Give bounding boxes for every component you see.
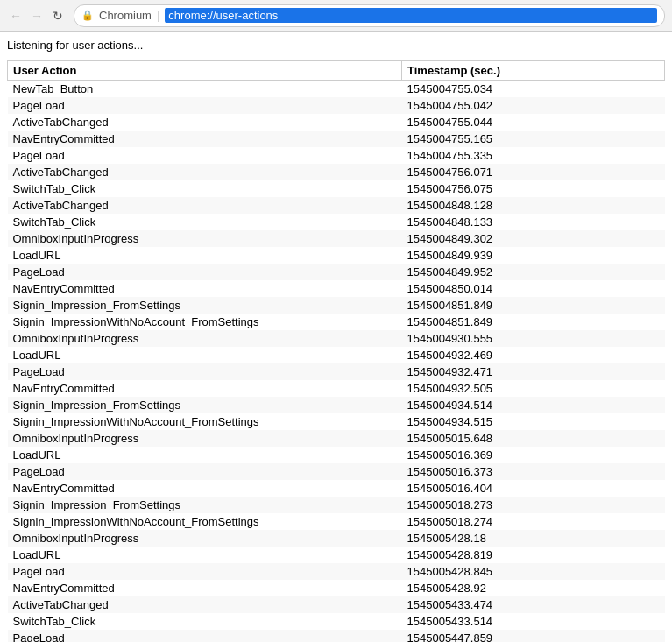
timestamp-cell: 1545005433.514 (402, 613, 665, 630)
table-row: NavEntryCommitted1545004850.014 (8, 280, 665, 297)
timestamp-cell: 1545004934.515 (402, 413, 665, 430)
user-action-cell: PageLoad (8, 463, 402, 480)
table-row: LoadURL1545005428.819 (8, 547, 665, 563)
timestamp-cell: 1545004850.014 (402, 280, 665, 297)
user-action-cell: PageLoad (8, 264, 402, 280)
address-input[interactable] (165, 8, 657, 23)
timestamp-cell: 1545005428.845 (402, 563, 665, 580)
table-row: PageLoad1545004755.042 (8, 97, 665, 114)
table-row: Signin_Impression_FromSettings1545004934… (8, 397, 665, 413)
timestamp-cell: 1545004851.849 (402, 297, 665, 314)
timestamp-cell: 1545005018.273 (402, 497, 665, 513)
user-action-cell: NavEntryCommitted (8, 480, 402, 497)
table-row: SwitchTab_Click1545005433.514 (8, 613, 665, 630)
timestamp-cell: 1545005016.373 (402, 463, 665, 480)
security-icon: 🔒 (81, 10, 94, 21)
user-action-cell: PageLoad (8, 363, 402, 380)
table-row: OmniboxInputInProgress1545004849.302 (8, 230, 665, 247)
reload-icon: ↻ (53, 9, 63, 23)
user-action-cell: Signin_ImpressionWithNoAccount_FromSetti… (8, 513, 402, 530)
table-row: OmniboxInputInProgress1545005428.18 (8, 530, 665, 547)
forward-icon: → (31, 9, 43, 23)
table-row: PageLoad1545005428.845 (8, 563, 665, 580)
table-header: User Action Timestamp (sec.) (8, 61, 665, 81)
table-row: PageLoad1545004932.471 (8, 363, 665, 380)
timestamp-cell: 1545004755.034 (402, 81, 665, 98)
site-name: Chromium (99, 9, 152, 22)
user-action-cell: Signin_ImpressionWithNoAccount_FromSetti… (8, 413, 402, 430)
page-content: Listening for user actions... User Actio… (0, 32, 672, 642)
header-row: User Action Timestamp (sec.) (8, 61, 665, 81)
reload-button[interactable]: ↻ (49, 7, 67, 25)
back-button[interactable]: ← (7, 7, 25, 25)
table-row: ActiveTabChanged1545004755.044 (8, 114, 665, 131)
user-action-cell: Signin_ImpressionWithNoAccount_FromSetti… (8, 314, 402, 330)
timestamp-cell: 1545005015.648 (402, 430, 665, 447)
table-row: NewTab_Button1545004755.034 (8, 81, 665, 98)
table-row: NavEntryCommitted1545004755.165 (8, 131, 665, 147)
timestamp-cell: 1545005428.819 (402, 547, 665, 563)
table-row: SwitchTab_Click1545004848.133 (8, 214, 665, 230)
user-action-cell: PageLoad (8, 630, 402, 642)
user-action-cell: Signin_Impression_FromSettings (8, 497, 402, 513)
timestamp-cell: 1545004755.042 (402, 97, 665, 114)
table-row: ActiveTabChanged1545004756.071 (8, 164, 665, 180)
user-action-cell: ActiveTabChanged (8, 114, 402, 131)
timestamp-cell: 1545004756.075 (402, 180, 665, 197)
user-action-cell: SwitchTab_Click (8, 214, 402, 230)
user-action-cell: PageLoad (8, 563, 402, 580)
timestamp-cell: 1545004756.071 (402, 164, 665, 180)
user-action-cell: Signin_Impression_FromSettings (8, 397, 402, 413)
user-action-cell: OmniboxInputInProgress (8, 230, 402, 247)
table-body: NewTab_Button1545004755.034PageLoad15450… (8, 81, 665, 643)
table-row: PageLoad1545004755.335 (8, 147, 665, 164)
table-row: NavEntryCommitted1545005428.92 (8, 580, 665, 596)
timestamp-cell: 1545004848.133 (402, 214, 665, 230)
back-icon: ← (10, 9, 22, 23)
timestamp-cell: 1545004932.505 (402, 380, 665, 397)
table-row: NavEntryCommitted1545004932.505 (8, 380, 665, 397)
user-action-cell: LoadURL (8, 547, 402, 563)
user-action-cell: NavEntryCommitted (8, 580, 402, 596)
timestamp-cell: 1545005018.274 (402, 513, 665, 530)
user-action-cell: OmniboxInputInProgress (8, 430, 402, 447)
timestamp-cell: 1545004851.849 (402, 314, 665, 330)
table-row: Signin_ImpressionWithNoAccount_FromSetti… (8, 413, 665, 430)
table-row: OmniboxInputInProgress1545005015.648 (8, 430, 665, 447)
table-row: OmniboxInputInProgress1545004930.555 (8, 330, 665, 347)
timestamp-cell: 1545004849.302 (402, 230, 665, 247)
timestamp-cell: 1545004755.335 (402, 147, 665, 164)
address-bar[interactable]: 🔒 Chromium | (74, 4, 665, 27)
header-timestamp: Timestamp (sec.) (402, 61, 665, 81)
timestamp-cell: 1545005016.404 (402, 480, 665, 497)
separator: | (157, 9, 159, 22)
timestamp-cell: 1545004934.514 (402, 397, 665, 413)
timestamp-cell: 1545004848.128 (402, 197, 665, 214)
table-row: SwitchTab_Click1545004756.075 (8, 180, 665, 197)
table-row: Signin_Impression_FromSettings1545004851… (8, 297, 665, 314)
user-action-cell: PageLoad (8, 147, 402, 164)
timestamp-cell: 1545005428.18 (402, 530, 665, 547)
browser-toolbar: ← → ↻ 🔒 Chromium | (0, 0, 672, 32)
user-action-cell: LoadURL (8, 447, 402, 463)
listening-status: Listening for user actions... (7, 39, 665, 52)
user-action-cell: SwitchTab_Click (8, 180, 402, 197)
user-action-cell: NavEntryCommitted (8, 131, 402, 147)
timestamp-cell: 1545004849.952 (402, 264, 665, 280)
timestamp-cell: 1545005433.474 (402, 596, 665, 613)
user-action-cell: ActiveTabChanged (8, 164, 402, 180)
table-row: LoadURL1545004932.469 (8, 347, 665, 363)
timestamp-cell: 1545004932.469 (402, 347, 665, 363)
nav-buttons: ← → ↻ (7, 7, 67, 25)
forward-button[interactable]: → (28, 7, 46, 25)
table-row: ActiveTabChanged1545005433.474 (8, 596, 665, 613)
timestamp-cell: 1545004932.471 (402, 363, 665, 380)
user-action-cell: Signin_Impression_FromSettings (8, 297, 402, 314)
table-row: PageLoad1545005447.859 (8, 630, 665, 642)
timestamp-cell: 1545004930.555 (402, 330, 665, 347)
user-actions-table: User Action Timestamp (sec.) NewTab_Butt… (7, 60, 665, 642)
user-action-cell: ActiveTabChanged (8, 197, 402, 214)
table-row: LoadURL1545004849.939 (8, 247, 665, 264)
timestamp-cell: 1545005428.92 (402, 580, 665, 596)
table-row: PageLoad1545005016.373 (8, 463, 665, 480)
